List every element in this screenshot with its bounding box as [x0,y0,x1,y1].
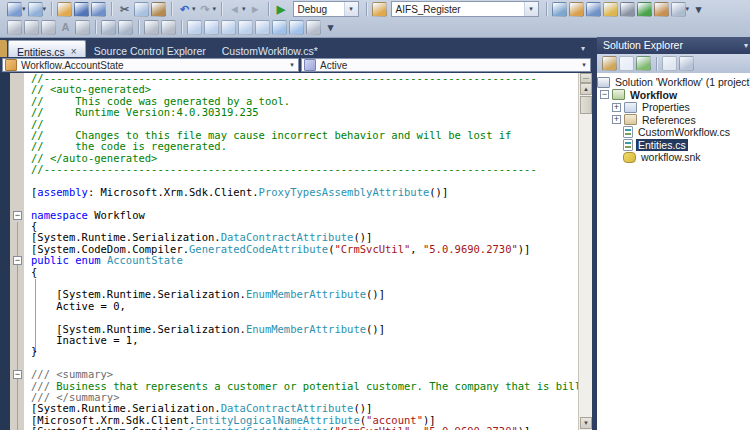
chevron-down-icon[interactable]: ▾ [578,61,590,69]
refresh-icon[interactable] [636,56,651,71]
snk-icon [623,152,636,163]
scroll-up-icon[interactable]: ▲ [580,83,592,95]
properties-window-icon[interactable] [662,56,677,71]
bookmark-folder-previous-icon[interactable] [238,20,253,35]
tab-label: CustomWorkflow.cs* [222,45,318,57]
code-editor[interactable]: //--------------------------------------… [0,73,592,430]
decrease-indent-icon[interactable] [101,20,116,35]
undo-icon[interactable]: ↶ [177,2,192,17]
copy-icon[interactable] [134,2,149,17]
solution-configurations-combo-value: Debug [294,4,344,15]
members-dropdown[interactable]: Active ▾ [301,58,591,72]
chevron-down-icon[interactable]: ▾ [22,5,26,13]
task-list-icon[interactable] [272,20,287,35]
cut-icon[interactable]: ✂ [117,2,132,17]
scrollbar-thumb[interactable] [580,96,592,114]
class-view-icon[interactable] [679,56,694,71]
tree-item-customworkflow-cs[interactable]: CustomWorkflow.cs [597,126,750,139]
package-icon[interactable] [603,2,618,17]
tab-bar: Entities.cs×Source Control ExplorerCusto… [8,37,326,57]
expand-icon[interactable]: + [612,103,621,112]
vertical-scrollbar[interactable]: — ▲ ▼ [578,73,592,430]
collapse-all-icon[interactable] [602,56,617,71]
fold-toggle-icon[interactable]: − [13,211,22,220]
fold-toggle-icon[interactable]: − [13,370,22,379]
toolbar-overflow-icon[interactable]: ▾ [691,2,706,17]
new-project-icon[interactable] [7,2,22,17]
code-text-area[interactable]: //--------------------------------------… [0,73,578,430]
chevron-down-icon[interactable]: ▾ [286,61,298,69]
chevron-down-icon[interactable]: ▾ [43,5,47,13]
close-icon[interactable]: × [71,47,77,57]
tree-item-workflow-snk[interactable]: workflow.snk [597,151,750,164]
tree-item-workflow[interactable]: −Workflow [597,89,750,102]
find-in-files-icon[interactable] [552,2,567,17]
sync-icon[interactable] [637,2,652,17]
increase-indent-icon[interactable] [118,20,133,35]
paste-append-icon[interactable] [75,20,90,35]
open-folder-icon[interactable] [569,2,584,17]
next-bookmark-icon[interactable] [221,20,236,35]
chevron-down-icon[interactable]: ▾ [686,5,690,13]
uncomment-selection-icon[interactable] [161,20,176,35]
font-size-icon[interactable]: A [58,20,73,35]
toolbar-row1: ▾▾✂↶▾↷▾◄▾►▶Debug▾AIFS_Register▾▾▾ [0,0,750,18]
solution-tree[interactable]: Solution 'Workflow' (1 project)−Workflow… [597,73,750,430]
startup-project-combo[interactable]: AIFS_Register▾ [391,1,539,17]
scroll-down-icon[interactable]: ▼ [580,417,592,429]
paste-icon[interactable] [151,2,166,17]
tree-item-entities-cs[interactable]: Entities.cs [597,139,750,152]
zoom-tool-icon[interactable] [306,20,321,35]
add-new-item-icon[interactable] [28,2,43,17]
start-debugging-icon[interactable]: ▶ [274,2,289,17]
splitter-handle-icon[interactable]: — [580,73,592,83]
toolbar-separator [546,2,547,16]
open-file-icon[interactable] [57,2,72,17]
redo-icon[interactable]: ↷ [198,2,213,17]
bookmark-folder-next-icon[interactable] [255,20,270,35]
navigate-forward-icon[interactable]: ► [248,2,263,17]
tree-item-solution-workflow-1-project-[interactable]: Solution 'Workflow' (1 project) [597,76,750,89]
comment-selection-icon[interactable] [144,20,159,35]
code-line: [System.CodeDom.Compiler.GeneratedCodeAt… [0,426,578,430]
show-all-files-icon[interactable] [619,56,634,71]
types-dropdown[interactable]: Workflow.AccountState ▾ [2,58,299,72]
deploy-icon[interactable] [654,2,669,17]
chevron-down-icon[interactable]: ▾ [524,2,538,16]
previous-bookmark-icon[interactable] [204,20,219,35]
tree-item-label: workflow.snk [639,151,703,163]
solution-platforms-icon[interactable] [372,2,387,17]
save-icon[interactable] [74,2,89,17]
chevron-down-icon[interactable]: ▾ [242,5,246,13]
format-document-icon[interactable] [7,20,22,35]
chevron-down-icon[interactable]: ▾ [344,2,358,16]
toolbar-separator [51,2,52,16]
expand-icon[interactable]: + [612,115,621,124]
bookmark-icon[interactable] [187,20,202,35]
tools-icon[interactable] [620,2,635,17]
pointer-icon[interactable] [41,20,56,35]
save-all-icon[interactable] [91,2,106,17]
fold-toggle-icon[interactable]: − [13,256,22,265]
code-line: Active = 0, [0,301,578,312]
solution-configurations-combo[interactable]: Debug▾ [293,1,359,17]
tab-label: Source Control Explorer [94,45,206,57]
navigate-backward-icon[interactable]: ◄ [227,2,242,17]
autohide-tab-strip[interactable] [0,40,7,57]
solution-explorer-title-bar[interactable]: Solution Explorer ▾ [597,37,750,54]
solution-icon [597,77,610,88]
command-window-icon[interactable] [671,2,686,17]
document-list-chevron-icon[interactable]: ▾ [581,44,585,53]
code-line: { [0,267,578,278]
add-reference-icon[interactable] [586,2,601,17]
chevron-down-icon[interactable]: ▾ [213,5,217,13]
shelve-icon[interactable] [289,20,304,35]
select-object-icon[interactable] [24,20,39,35]
startup-project-combo-value: AIFS_Register [392,4,524,15]
window-position-icon[interactable]: ▾ [744,37,748,54]
toolbar-overflow-icon[interactable]: ▾ [323,20,338,35]
collapse-icon[interactable]: − [600,90,609,99]
tree-item-references[interactable]: +References [597,114,750,127]
chevron-down-icon[interactable]: ▾ [192,5,196,13]
tree-item-properties[interactable]: +Properties [597,101,750,114]
